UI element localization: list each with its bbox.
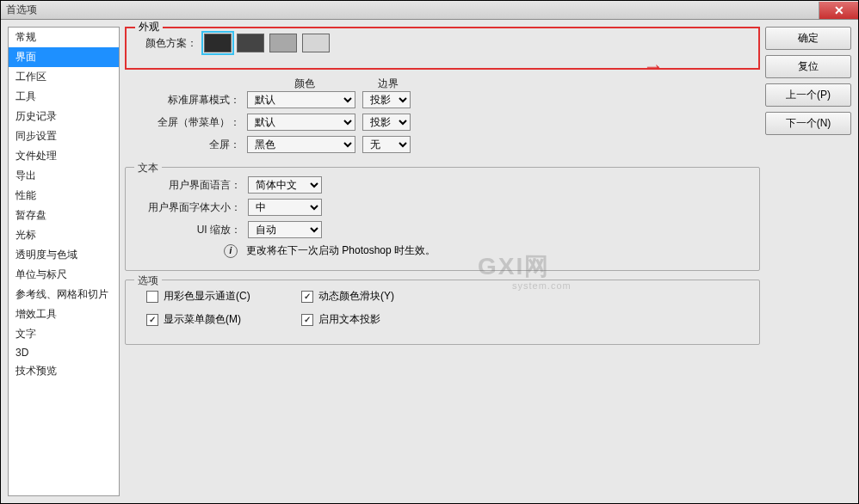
- sidebar: 常规界面工作区工具历史记录同步设置文件处理导出性能暂存盘光标透明度与色域单位与标…: [8, 27, 120, 496]
- row-label: 用户界面字体大小：: [138, 200, 241, 215]
- ok-button[interactable]: 确定: [765, 27, 851, 50]
- row-label: 全屏：: [137, 138, 240, 152]
- reset-button[interactable]: 复位: [765, 55, 851, 78]
- sidebar-item[interactable]: 技术预览: [9, 361, 119, 381]
- close-button[interactable]: ✕: [819, 2, 858, 19]
- color-select[interactable]: 默认: [247, 114, 355, 131]
- sidebar-item[interactable]: 性能: [9, 186, 119, 206]
- main-panel: → 外观 颜色方案： 颜色 边界 标准屏幕模式： 默认 投影 全屏（带菜单）： …: [125, 27, 760, 496]
- checkbox-icon[interactable]: [301, 291, 313, 303]
- text-section: 文本 用户界面语言： 简体中文 用户界面字体大小： 中 UI 缩放： 自动 i …: [125, 167, 760, 271]
- color-scheme-swatches: [204, 34, 330, 52]
- sidebar-item[interactable]: 历史记录: [9, 107, 119, 126]
- sidebar-item[interactable]: 3D: [9, 344, 119, 361]
- sidebar-item[interactable]: 常规: [9, 28, 119, 47]
- row-label: 全屏（带菜单）：: [137, 115, 240, 130]
- text-legend: 文本: [134, 161, 162, 175]
- sidebar-item[interactable]: 参考线、网格和切片: [9, 285, 119, 304]
- screen-mode-row: 全屏： 黑色 无: [137, 136, 748, 153]
- sidebar-item[interactable]: 界面: [9, 47, 119, 67]
- sidebar-item[interactable]: 工具: [9, 87, 119, 107]
- checkbox-label: 启用文本投影: [318, 312, 380, 327]
- preferences-window: 首选项 ✕ 常规界面工作区工具历史记录同步设置文件处理导出性能暂存盘光标透明度与…: [0, 0, 859, 504]
- options-legend: 选项: [134, 274, 162, 288]
- window-title: 首选项: [6, 3, 37, 17]
- color-swatch[interactable]: [237, 34, 264, 52]
- sidebar-item[interactable]: 工作区: [9, 67, 119, 87]
- sidebar-item[interactable]: 单位与标尺: [9, 265, 119, 285]
- sidebar-item[interactable]: 导出: [9, 166, 119, 186]
- text-setting-row: 用户界面字体大小： 中: [138, 199, 747, 216]
- info-icon: i: [224, 244, 238, 258]
- checkbox-icon[interactable]: [146, 314, 158, 326]
- sidebar-item[interactable]: 同步设置: [9, 126, 119, 146]
- row-label: UI 缩放：: [138, 223, 241, 237]
- content-area: 常规界面工作区工具历史记录同步设置文件处理导出性能暂存盘光标透明度与色域单位与标…: [1, 20, 858, 503]
- appearance-section: 外观 颜色方案：: [125, 27, 760, 70]
- button-column: 确定 复位 上一个(P) 下一个(N): [765, 27, 851, 496]
- option-checkbox-row[interactable]: 显示菜单颜色(M): [146, 312, 284, 327]
- sidebar-item[interactable]: 文件处理: [9, 146, 119, 166]
- border-select[interactable]: 投影: [362, 91, 411, 108]
- row-label: 标准屏幕模式：: [137, 93, 240, 108]
- text-setting-row: 用户界面语言： 简体中文: [138, 176, 747, 194]
- option-checkbox-row[interactable]: 动态颜色滑块(Y): [301, 289, 439, 304]
- color-select[interactable]: 默认: [247, 91, 355, 108]
- sidebar-item[interactable]: 光标: [9, 225, 119, 245]
- info-row: i 更改将在下一次启动 Photoshop 时生效。: [224, 243, 747, 258]
- info-text: 更改将在下一次启动 Photoshop 时生效。: [246, 243, 436, 258]
- titlebar: 首选项 ✕: [1, 1, 858, 20]
- color-swatch[interactable]: [204, 34, 232, 52]
- column-headers: 颜色 边界: [247, 77, 748, 91]
- option-checkbox-row[interactable]: 启用文本投影: [301, 312, 439, 327]
- checkbox-label: 用彩色显示通道(C): [164, 289, 250, 304]
- border-select[interactable]: 无: [362, 136, 411, 153]
- sidebar-item[interactable]: 文字: [9, 324, 119, 344]
- sidebar-item[interactable]: 透明度与色域: [9, 245, 119, 265]
- checkbox-icon[interactable]: [301, 314, 313, 326]
- color-swatch[interactable]: [269, 34, 297, 52]
- option-checkbox-row[interactable]: 用彩色显示通道(C): [146, 289, 284, 304]
- checkbox-icon[interactable]: [146, 291, 158, 303]
- checkbox-label: 显示菜单颜色(M): [164, 312, 241, 327]
- sidebar-item[interactable]: 增效工具: [9, 304, 119, 324]
- screen-mode-row: 全屏（带菜单）： 默认 投影: [137, 114, 748, 131]
- prev-button[interactable]: 上一个(P): [765, 83, 851, 107]
- options-section: 选项 用彩色显示通道(C) 动态颜色滑块(Y) 显示菜单颜色(M) 启用文本投影: [125, 280, 760, 345]
- text-setting-row: UI 缩放： 自动: [138, 221, 747, 238]
- color-scheme-label: 颜色方案：: [135, 36, 197, 51]
- border-select[interactable]: 投影: [362, 114, 411, 131]
- text-select[interactable]: 简体中文: [248, 176, 322, 194]
- screen-mode-row: 标准屏幕模式： 默认 投影: [137, 91, 748, 108]
- row-label: 用户界面语言：: [138, 178, 241, 193]
- text-select[interactable]: 中: [248, 199, 322, 216]
- checkbox-label: 动态颜色滑块(Y): [318, 289, 394, 304]
- color-swatch[interactable]: [302, 34, 330, 52]
- header-border: 边界: [362, 77, 414, 91]
- color-select[interactable]: 黑色: [247, 136, 355, 153]
- header-color: 颜色: [247, 77, 362, 91]
- next-button[interactable]: 下一个(N): [765, 112, 851, 135]
- appearance-legend: 外观: [135, 20, 163, 34]
- text-select[interactable]: 自动: [248, 221, 322, 238]
- sidebar-item[interactable]: 暂存盘: [9, 206, 119, 225]
